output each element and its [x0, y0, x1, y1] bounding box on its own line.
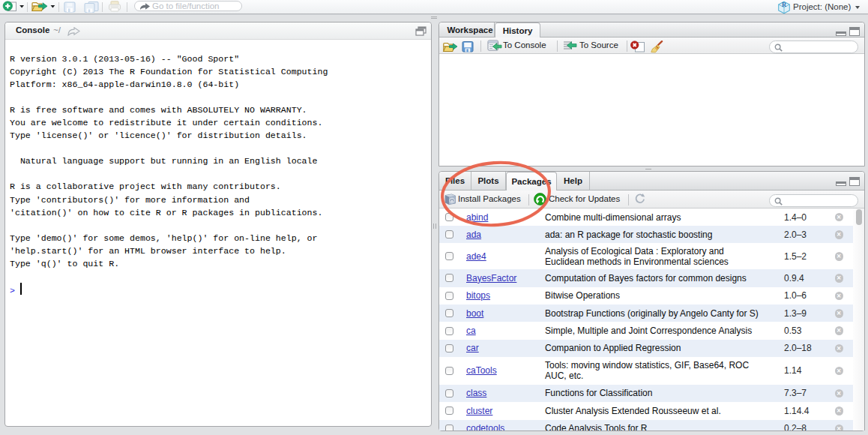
svg-text:R: R [782, 1, 787, 8]
